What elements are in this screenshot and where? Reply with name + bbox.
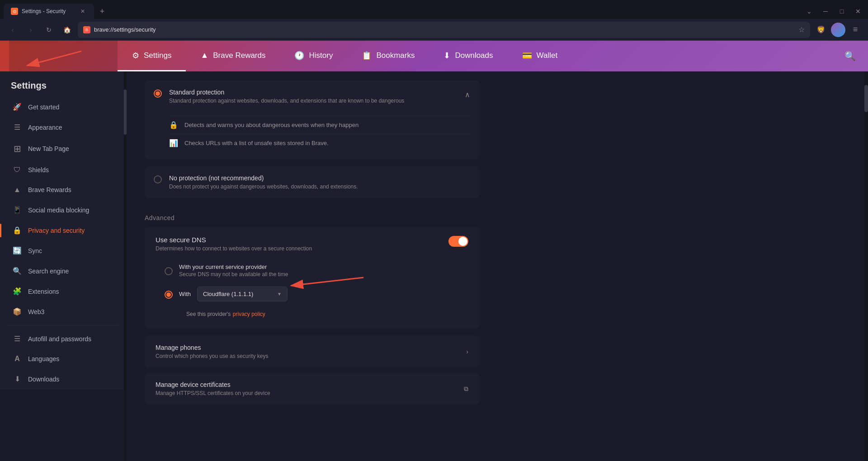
tab-bar: ⚙ Settings - Security ✕ + ⌄ ─ □ ✕ bbox=[0, 0, 868, 19]
external-link-icon[interactable]: ⧉ bbox=[464, 385, 468, 393]
sidebar-item-shields[interactable]: 🛡 Shields bbox=[4, 160, 123, 179]
top-nav-brave-rewards[interactable]: ▲ Brave Rewards bbox=[186, 41, 280, 71]
feature-item-1: 🔒 Detects and warns you about dangerous … bbox=[169, 116, 470, 134]
sidebar-label-web3: Web3 bbox=[28, 308, 44, 315]
address-favicon: B bbox=[83, 26, 90, 33]
manage-phones-arrow-icon: › bbox=[466, 348, 468, 355]
tab-favicon: ⚙ bbox=[11, 8, 18, 15]
top-nav-search-button[interactable]: 🔍 bbox=[841, 47, 859, 65]
current-provider-desc: Secure DNS may not be available all the … bbox=[179, 271, 288, 278]
top-nav-items: ⚙ Settings ▲ Brave Rewards 🕐 History 📋 B… bbox=[118, 41, 841, 71]
bookmarks-nav-label: Bookmarks bbox=[376, 51, 415, 60]
downloads-nav-icon: ⬇ bbox=[443, 51, 450, 61]
sidebar-item-downloads[interactable]: ⬇ Downloads bbox=[4, 369, 123, 389]
minimize-button[interactable]: ─ bbox=[819, 5, 832, 18]
settings-nav-label: Settings bbox=[144, 51, 171, 60]
tab-list-button[interactable]: ⌄ bbox=[803, 5, 816, 18]
close-window-button[interactable]: ✕ bbox=[852, 5, 864, 18]
top-nav-history[interactable]: 🕐 History bbox=[280, 41, 347, 71]
sidebar-container: Settings 🚀 Get started ☰ Appearance ⊞ Ne… bbox=[0, 71, 127, 461]
with-label: With bbox=[179, 291, 191, 297]
no-protection-option[interactable]: No protection (not recommended) Does not… bbox=[145, 166, 479, 198]
sidebar-item-appearance[interactable]: ☰ Appearance bbox=[4, 118, 123, 137]
profile-button[interactable] bbox=[831, 23, 845, 37]
current-provider-option[interactable]: With your current service provider Secur… bbox=[165, 259, 468, 282]
manage-phones-info: Manage phones Control which phones you u… bbox=[156, 344, 268, 359]
sidebar-item-social-media-blocking[interactable]: 📱 Social media blocking bbox=[4, 200, 123, 220]
privacy-policy-row: See this provider's privacy policy bbox=[165, 306, 468, 320]
sidebar-label-get-started: Get started bbox=[28, 103, 59, 111]
content-scroll-thumb bbox=[864, 85, 868, 112]
active-tab[interactable]: ⚙ Settings - Security ✕ bbox=[4, 4, 94, 19]
standard-protection-radio[interactable] bbox=[154, 89, 162, 98]
maximize-button[interactable]: □ bbox=[835, 5, 848, 18]
address-bar[interactable]: B brave://settings/security ☆ bbox=[78, 22, 810, 38]
sidebar-item-privacy-and-security[interactable]: 🔒 Privacy and security bbox=[4, 221, 123, 240]
back-button[interactable]: ‹ bbox=[5, 23, 20, 37]
dropdown-arrow-icon: ▼ bbox=[277, 292, 282, 296]
top-nav-bookmarks[interactable]: 📋 Bookmarks bbox=[347, 41, 429, 71]
top-navbar: ⚙ Settings ▲ Brave Rewards 🕐 History 📋 B… bbox=[0, 41, 868, 71]
sidebar-item-web3[interactable]: 📦 Web3 bbox=[4, 302, 123, 321]
current-provider-radio[interactable] bbox=[165, 267, 173, 275]
tab-close-button[interactable]: ✕ bbox=[79, 7, 87, 15]
sidebar-label-social-media-blocking: Social media blocking bbox=[28, 207, 89, 214]
sidebar-label-privacy-and-security: Privacy and security bbox=[28, 227, 85, 234]
downloads-sidebar-icon: ⬇ bbox=[13, 375, 22, 383]
lock-feature-icon: 🔒 bbox=[169, 121, 178, 129]
no-protection-section: No protection (not recommended) Does not… bbox=[145, 166, 479, 198]
sidebar-label-languages: Languages bbox=[28, 355, 59, 362]
standard-protection-option[interactable]: Standard protection Standard protection … bbox=[145, 80, 479, 112]
no-protection-info: No protection (not recommended) Does not… bbox=[169, 174, 470, 190]
sidebar-item-new-tab-page[interactable]: ⊞ New Tab Page bbox=[4, 138, 123, 160]
top-nav-downloads[interactable]: ⬇ Downloads bbox=[429, 41, 507, 71]
home-button[interactable]: 🏠 bbox=[60, 23, 74, 37]
search-engine-icon: 🔍 bbox=[13, 267, 22, 275]
brave-shield-button[interactable]: 🦁 bbox=[814, 23, 828, 37]
brave-rewards-icon: ▲ bbox=[13, 186, 22, 194]
manage-certificates-section[interactable]: Manage device certificates Manage HTTPS/… bbox=[145, 373, 479, 405]
sidebar-item-sync[interactable]: 🔄 Sync bbox=[4, 241, 123, 260]
rocket-icon: 🚀 bbox=[13, 103, 22, 111]
bookmark-star-icon[interactable]: ☆ bbox=[798, 25, 805, 34]
dns-provider-dropdown[interactable]: Cloudflare (1.1.1.1) ▼ bbox=[197, 287, 288, 301]
no-protection-radio[interactable] bbox=[154, 175, 162, 183]
top-nav-settings[interactable]: ⚙ Settings bbox=[118, 41, 186, 71]
browser-window: ⚙ Settings - Security ✕ + ⌄ ─ □ ✕ ‹ › ↻ … bbox=[0, 0, 868, 461]
feature-text-2: Checks URLs with a list of unsafe sites … bbox=[184, 140, 329, 146]
lock-icon: 🔒 bbox=[13, 226, 22, 235]
top-nav-wallet[interactable]: 💳 Wallet bbox=[508, 41, 572, 71]
no-protection-title: No protection (not recommended) bbox=[169, 174, 470, 182]
with-provider-option[interactable]: With Cloudflare (1.1.1.1) ▼ bbox=[165, 282, 468, 306]
sidebar-item-extensions[interactable]: 🧩 Extensions bbox=[4, 282, 123, 301]
secure-dns-toggle[interactable] bbox=[448, 236, 468, 247]
navbar-logo-area bbox=[9, 41, 118, 71]
dns-header-info: Use secure DNS Determines how to connect… bbox=[156, 236, 312, 252]
browser-menu-button[interactable]: ≡ bbox=[848, 23, 863, 37]
with-provider-radio[interactable] bbox=[165, 291, 173, 299]
appearance-icon: ☰ bbox=[13, 123, 22, 132]
manage-certificates-info: Manage device certificates Manage HTTPS/… bbox=[156, 381, 270, 396]
reload-button[interactable]: ↻ bbox=[42, 23, 56, 37]
new-tab-icon: ⊞ bbox=[13, 143, 22, 154]
forward-button[interactable]: › bbox=[24, 23, 38, 37]
privacy-policy-link[interactable]: privacy policy bbox=[233, 311, 265, 317]
manage-phones-section[interactable]: Manage phones Control which phones you u… bbox=[145, 336, 479, 367]
main-layout: Settings 🚀 Get started ☰ Appearance ⊞ Ne… bbox=[0, 71, 868, 461]
content-area[interactable]: Standard protection Standard protection … bbox=[127, 71, 868, 461]
sidebar-item-get-started[interactable]: 🚀 Get started bbox=[4, 97, 123, 117]
new-tab-button[interactable]: + bbox=[96, 5, 108, 18]
search-icon: 🔍 bbox=[844, 51, 856, 61]
web3-icon: 📦 bbox=[13, 307, 22, 316]
sidebar-label-downloads: Downloads bbox=[28, 376, 59, 383]
sidebar-item-autofill-and-passwords[interactable]: ☰ Autofill and passwords bbox=[4, 329, 123, 348]
manage-certificates-title: Manage device certificates bbox=[156, 381, 270, 388]
svg-line-0 bbox=[27, 45, 81, 66]
sidebar-label-new-tab-page: New Tab Page bbox=[28, 145, 69, 152]
content-scrollbar[interactable] bbox=[864, 71, 868, 461]
sidebar-item-languages[interactable]: A Languages bbox=[4, 349, 123, 368]
extensions-icon: 🧩 bbox=[13, 287, 22, 296]
collapse-icon[interactable]: ∧ bbox=[465, 90, 470, 99]
sidebar-item-brave-rewards[interactable]: ▲ Brave Rewards bbox=[4, 180, 123, 199]
sidebar-item-search-engine[interactable]: 🔍 Search engine bbox=[4, 261, 123, 281]
